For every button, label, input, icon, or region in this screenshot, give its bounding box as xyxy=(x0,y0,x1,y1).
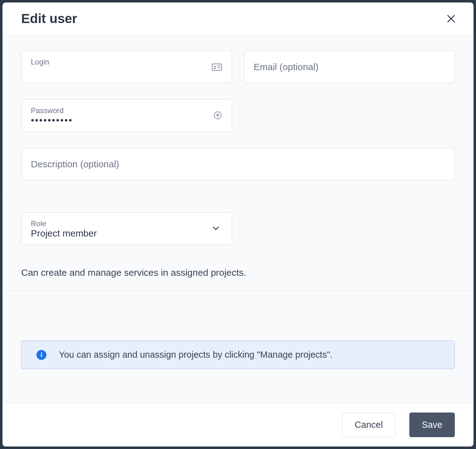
edit-user-dialog: Edit user Login xyxy=(2,2,474,447)
close-icon xyxy=(445,13,457,24)
chevron-down-icon xyxy=(211,224,221,234)
row-password: Password •••••••••• xyxy=(21,99,455,132)
description-placeholder: Description (optional) xyxy=(31,159,119,170)
info-text: You can assign and unassign projects by … xyxy=(59,350,333,360)
role-label: Role xyxy=(31,219,211,228)
role-value: Project member xyxy=(31,228,211,239)
password-label: Password xyxy=(31,106,209,115)
description-field[interactable]: Description (optional) xyxy=(21,148,455,180)
save-button[interactable]: Save xyxy=(409,413,455,437)
dialog-title: Edit user xyxy=(21,11,77,26)
user-details-section: Login xyxy=(2,35,474,197)
dialog-header: Edit user xyxy=(2,2,474,35)
regenerate-password-icon[interactable] xyxy=(213,111,222,121)
info-icon: i xyxy=(36,350,46,360)
row-login-email: Login xyxy=(21,51,455,83)
dialog-footer: Cancel Save xyxy=(2,403,474,447)
dialog-body: Login xyxy=(2,35,474,403)
password-value: •••••••••• xyxy=(31,115,209,126)
login-value xyxy=(31,66,207,77)
role-description: Can create and manage services in assign… xyxy=(21,267,455,278)
svg-rect-7 xyxy=(217,114,219,116)
role-section: Role Project member Can create and manag… xyxy=(2,197,474,291)
login-field[interactable]: Login xyxy=(21,51,232,83)
password-field[interactable]: Password •••••••••• xyxy=(21,99,232,132)
info-section: i You can assign and unassign projects b… xyxy=(2,291,474,379)
id-card-icon xyxy=(211,61,222,74)
email-placeholder: Email (optional) xyxy=(254,62,318,72)
info-banner: i You can assign and unassign projects b… xyxy=(21,341,455,369)
cancel-button[interactable]: Cancel xyxy=(342,413,396,437)
email-field[interactable]: Email (optional) xyxy=(244,51,455,83)
close-button[interactable] xyxy=(444,11,459,26)
login-label: Login xyxy=(31,58,207,67)
svg-point-3 xyxy=(214,66,216,68)
role-dropdown[interactable]: Role Project member xyxy=(21,213,232,245)
